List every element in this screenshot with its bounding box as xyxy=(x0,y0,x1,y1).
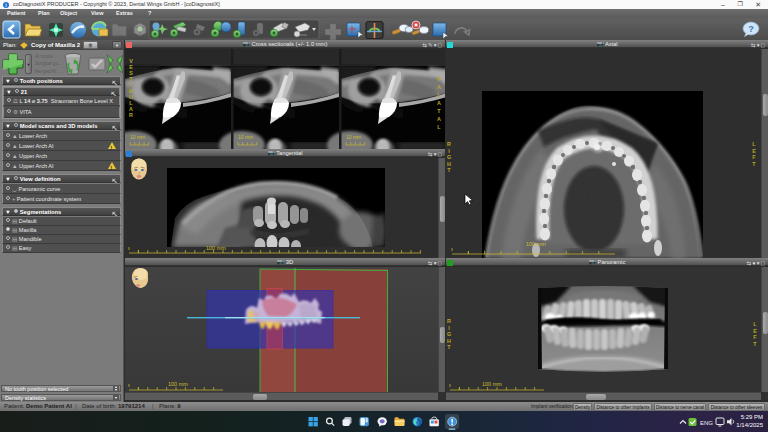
svg-text:VESTIBULAR: VESTIBULAR xyxy=(129,58,133,118)
svg-text:PALATAL: PALATAL xyxy=(437,76,441,130)
svg-text:100 mm: 100 mm xyxy=(482,381,502,387)
svg-text:ENG: ENG xyxy=(700,420,713,426)
svg-text:10 mm: 10 mm xyxy=(238,134,253,140)
svg-text:100 mm: 100 mm xyxy=(168,381,188,387)
svg-text:100 mm: 100 mm xyxy=(526,241,546,247)
svg-text:10 mm: 10 mm xyxy=(130,134,145,140)
svg-text:?: ? xyxy=(748,24,754,34)
svg-text:10 mm: 10 mm xyxy=(346,134,361,140)
